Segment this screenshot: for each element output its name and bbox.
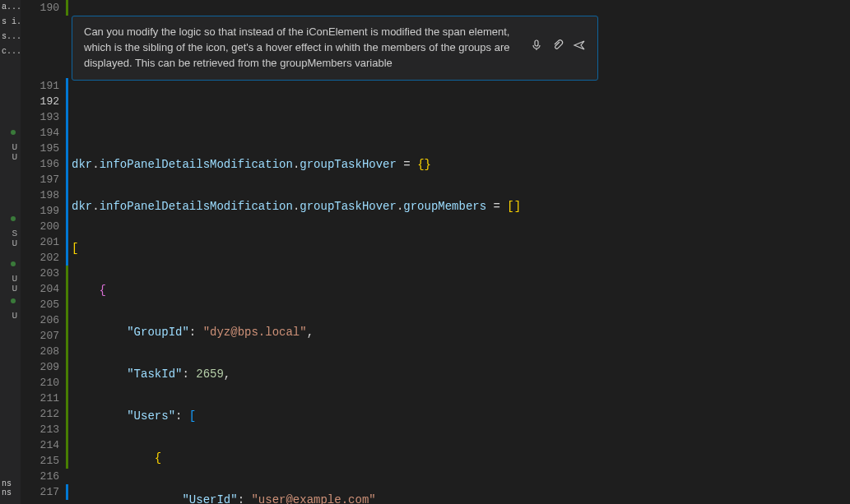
- line-number: 196: [21, 156, 59, 172]
- diff-indicator-bar: [66, 0, 68, 504]
- line-number-gutter: 190 191 192 193 194 195 196 197 198 199 …: [21, 0, 66, 504]
- explorer-item[interactable]: s i...: [0, 15, 21, 30]
- git-modified-dot: [11, 216, 16, 221]
- git-modified-dot: [11, 130, 16, 135]
- line-number: 207: [21, 328, 59, 344]
- send-icon[interactable]: [573, 39, 586, 57]
- line-number: 199: [21, 203, 59, 219]
- code-line[interactable]: "Users": [: [72, 409, 850, 424]
- line-number: 209: [21, 359, 59, 375]
- attachment-icon[interactable]: [551, 39, 564, 57]
- line-number: 202: [21, 250, 59, 266]
- code-editor[interactable]: 190 191 192 193 194 195 196 197 198 199 …: [21, 0, 850, 504]
- code-line[interactable]: {: [72, 451, 850, 466]
- explorer-item[interactable]: ns: [2, 488, 12, 497]
- ai-prompt-text[interactable]: Can you modify the logic so that instead…: [84, 25, 520, 72]
- line-number: 213: [21, 422, 59, 437]
- ai-prompt-box[interactable]: Can you modify the logic so that instead…: [72, 16, 598, 81]
- line-number: 215: [21, 453, 59, 469]
- git-status-badge: S: [12, 229, 17, 238]
- line-number: 200: [21, 219, 59, 234]
- line-number: 216: [21, 469, 59, 484]
- line-number: 191: [21, 78, 59, 94]
- line-number: 206: [21, 312, 59, 328]
- svg-rect-0: [535, 40, 538, 46]
- line-number: 214: [21, 437, 59, 453]
- explorer-item[interactable]: ns: [2, 479, 12, 488]
- git-status-badge: U: [12, 142, 17, 152]
- code-line[interactable]: {: [72, 283, 850, 298]
- code-line[interactable]: "TaskId": 2659,: [72, 367, 850, 382]
- code-line[interactable]: dkr.infoPanelDetailsModification.groupTa…: [72, 157, 850, 173]
- line-number: 208: [21, 344, 59, 359]
- line-number: 192: [21, 94, 59, 109]
- line-number: 193: [21, 109, 59, 125]
- microphone-icon[interactable]: [530, 39, 543, 57]
- line-number: 198: [21, 187, 59, 203]
- line-number: 217: [21, 484, 59, 500]
- line-number: 211: [21, 391, 59, 406]
- git-status-badge: U: [12, 284, 17, 294]
- line-number: 210: [21, 375, 59, 391]
- code-line[interactable]: [: [72, 241, 850, 257]
- file-explorer-strip[interactable]: a... s i... s... c... U U S U U U U ns n…: [0, 0, 21, 504]
- line-number: 205: [21, 297, 59, 312]
- line-number: 212: [21, 406, 59, 422]
- line-number: 197: [21, 172, 59, 187]
- git-status-badge: U: [12, 274, 17, 284]
- code-line[interactable]: dkr.infoPanelDetailsModification.groupTa…: [72, 199, 850, 215]
- git-status-badge: U: [12, 238, 17, 248]
- code-line[interactable]: "GroupId": "dyz@bps.local",: [72, 325, 850, 340]
- line-number: 203: [21, 266, 59, 281]
- explorer-item[interactable]: s...: [0, 30, 21, 44]
- explorer-item[interactable]: c...: [0, 44, 21, 59]
- git-modified-dot: [11, 298, 16, 303]
- line-number: 194: [21, 125, 59, 141]
- line-number: 201: [21, 234, 59, 250]
- line-number: 204: [21, 281, 59, 297]
- git-modified-dot: [11, 261, 16, 266]
- git-status-badge: U: [12, 311, 17, 321]
- explorer-item[interactable]: a...: [0, 0, 21, 15]
- line-number: 190: [21, 0, 59, 16]
- git-status-badge: U: [12, 152, 17, 162]
- code-line[interactable]: "UserId": "user@example.com": [72, 492, 850, 504]
- line-number: 195: [21, 141, 59, 156]
